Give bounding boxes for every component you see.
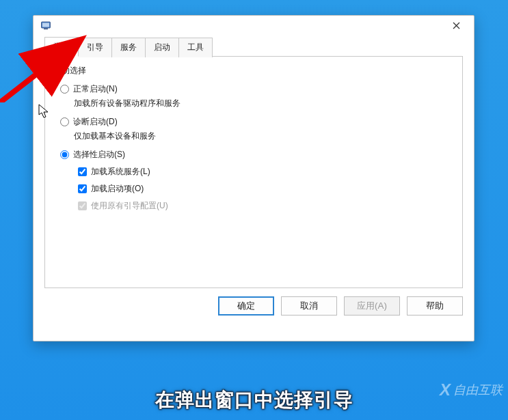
check-load-services-label: 加载系统服务(L) xyxy=(91,166,150,178)
tab-boot[interactable]: 引导 xyxy=(79,38,112,57)
tab-general[interactable]: 常规 xyxy=(44,37,79,57)
check-load-services[interactable]: 加载系统服务(L) xyxy=(78,166,451,178)
radio-normal-startup-input[interactable] xyxy=(60,85,69,94)
radio-selective-startup-input[interactable] xyxy=(60,150,69,159)
check-use-boot-config-label: 使用原有引导配置(U) xyxy=(91,200,168,212)
svg-rect-1 xyxy=(42,23,49,27)
msconfig-window: 常规 引导 服务 启动 工具 启动选择 正常启动(N) 加载所有设备驱动程序和服… xyxy=(33,15,474,341)
cancel-button[interactable]: 取消 xyxy=(281,296,337,316)
titlebar xyxy=(34,16,474,35)
check-load-services-input[interactable] xyxy=(78,167,87,176)
tab-tools[interactable]: 工具 xyxy=(179,38,213,57)
check-load-startup[interactable]: 加载启动项(O) xyxy=(78,183,451,195)
ok-button[interactable]: 确定 xyxy=(218,296,274,316)
close-icon xyxy=(453,22,460,29)
radio-normal-startup-label: 正常启动(N) xyxy=(73,83,118,95)
radio-selective-startup-label: 选择性启动(S) xyxy=(73,149,125,160)
startup-selection-group: 启动选择 正常启动(N) 加载所有设备驱动程序和服务 诊断启动(D) 仅加载基本… xyxy=(56,65,451,212)
check-use-boot-config-input xyxy=(78,201,87,210)
close-button[interactable] xyxy=(444,17,468,33)
radio-diagnostic-desc: 仅加载基本设备和服务 xyxy=(74,130,451,142)
desktop: 常规 引导 服务 启动 工具 启动选择 正常启动(N) 加载所有设备驱动程序和服… xyxy=(0,0,508,420)
check-load-startup-label: 加载启动项(O) xyxy=(91,183,144,195)
radio-normal-startup[interactable]: 正常启动(N) xyxy=(60,83,451,95)
group-body: 正常启动(N) 加载所有设备驱动程序和服务 诊断启动(D) 仅加载基本设备和服务… xyxy=(56,83,451,212)
system-icon xyxy=(40,20,51,31)
button-row: 确定 取消 应用(A) 帮助 xyxy=(44,288,463,316)
radio-selective-startup[interactable]: 选择性启动(S) xyxy=(60,149,451,160)
check-load-startup-input[interactable] xyxy=(78,184,87,193)
help-button[interactable]: 帮助 xyxy=(407,296,463,316)
check-use-boot-config: 使用原有引导配置(U) xyxy=(78,200,451,212)
tab-startup[interactable]: 启动 xyxy=(146,38,179,57)
group-title: 启动选择 xyxy=(53,65,451,76)
radio-diagnostic-startup[interactable]: 诊断启动(D) xyxy=(60,116,451,128)
radio-normal-desc: 加载所有设备驱动程序和服务 xyxy=(74,98,451,109)
tab-services[interactable]: 服务 xyxy=(112,38,146,57)
radio-diagnostic-startup-input[interactable] xyxy=(60,117,69,126)
tab-strip: 常规 引导 服务 启动 工具 xyxy=(44,36,463,56)
apply-button: 应用(A) xyxy=(344,296,400,316)
client-area: 常规 引导 服务 启动 工具 启动选择 正常启动(N) 加载所有设备驱动程序和服… xyxy=(34,36,474,324)
caption-text: 在弹出窗口中选择引导 xyxy=(0,387,508,413)
radio-diagnostic-startup-label: 诊断启动(D) xyxy=(73,116,118,128)
tabpanel-general: 启动选择 正常启动(N) 加载所有设备驱动程序和服务 诊断启动(D) 仅加载基本… xyxy=(44,56,463,288)
svg-rect-2 xyxy=(44,29,48,30)
